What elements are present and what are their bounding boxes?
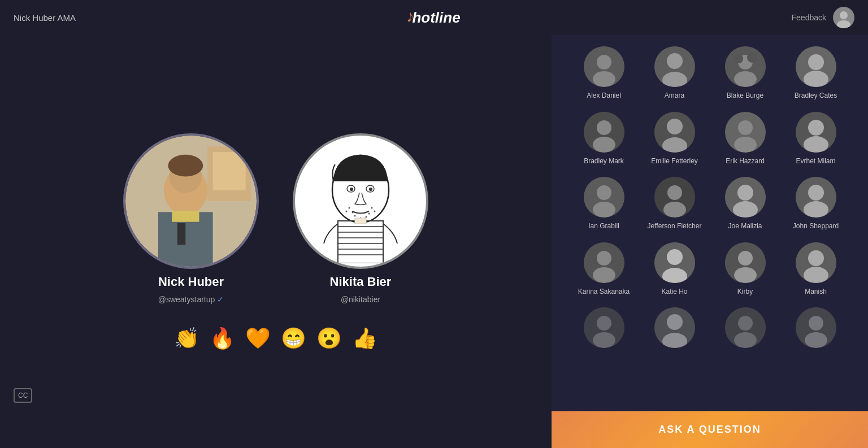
nick-handle: @sweatystartup ✓: [158, 295, 224, 304]
nikita-handle: @nikitabier: [341, 295, 380, 304]
svg-point-24: [371, 207, 373, 208]
audience-member-manish[interactable]: Manish: [780, 242, 851, 297]
audience-member-extra3[interactable]: [710, 307, 780, 348]
audience-member-ian[interactable]: Ian Grabill: [568, 177, 639, 231]
verified-icon: ✓: [217, 295, 224, 304]
audience-avatar-bradley-c: [796, 46, 836, 87]
svg-point-82: [738, 251, 753, 266]
audience-avatar-ian: [584, 177, 624, 218]
audience-member-extra4[interactable]: [780, 307, 851, 348]
speaker-nikita: Nikita Bier @nikitabier: [293, 133, 428, 304]
nick-name: Nick Huber: [158, 275, 224, 289]
svg-point-62: [804, 136, 828, 153]
svg-point-71: [733, 201, 758, 218]
speakers-panel: Nick Huber @sweatystartup ✓: [0, 35, 552, 448]
svg-point-18: [350, 188, 353, 191]
audience-avatar-bradley-m: [584, 112, 624, 153]
nick-avatar-ring: [123, 133, 259, 269]
reactions-bar: 👏 🔥 🧡 😁 😮 👍: [174, 327, 377, 350]
svg-point-22: [346, 210, 348, 212]
svg-point-21: [352, 211, 354, 213]
audience-member-emilie[interactable]: Emilie Fetterley: [639, 112, 710, 166]
audience-member-extra1[interactable]: [568, 307, 639, 348]
audience-name-emilie: Emilie Fetterley: [651, 157, 698, 166]
svg-point-19: [369, 188, 372, 191]
svg-point-58: [738, 120, 753, 135]
audience-member-katie[interactable]: Katie Ho: [639, 242, 710, 297]
audience-name-karina: Karina Sakanaka: [578, 288, 630, 297]
audience-member-bradley-m[interactable]: Bradley Mark: [568, 112, 639, 166]
svg-point-49: [808, 54, 824, 70]
audience-avatar-blake: [725, 46, 766, 87]
audience-name-katie: Katie Ho: [661, 288, 687, 297]
audience-avatar-jefferson: [654, 177, 695, 218]
audience-panel: Alex Daniel Amara Blake Burge Bradley Ca…: [552, 35, 868, 448]
audience-avatar-manish: [796, 242, 836, 283]
audience-member-alex[interactable]: Alex Daniel: [568, 46, 639, 101]
speakers-row: Nick Huber @sweatystartup ✓: [123, 133, 428, 304]
svg-point-95: [734, 332, 757, 348]
audience-avatar-extra2: [654, 307, 695, 348]
svg-point-59: [734, 137, 757, 153]
svg-point-97: [809, 316, 823, 330]
audience-avatar-amara: [654, 46, 695, 87]
page-title: Nick Huber AMA: [14, 13, 76, 23]
svg-point-83: [734, 267, 757, 283]
audience-avatar-emilie: [654, 112, 695, 153]
svg-point-73: [808, 185, 824, 201]
svg-point-64: [597, 185, 611, 200]
svg-point-91: [667, 314, 683, 330]
svg-point-39: [593, 71, 615, 87]
audience-name-bradley-m: Bradley Mark: [584, 157, 624, 166]
svg-point-27: [366, 216, 367, 218]
main-content: Nick Huber @sweatystartup ✓: [0, 35, 868, 448]
svg-point-79: [667, 249, 683, 265]
cc-button[interactable]: CC: [14, 388, 32, 403]
svg-point-67: [667, 185, 682, 200]
audience-member-john[interactable]: John Sheppard: [780, 177, 851, 231]
reaction-fire[interactable]: 🔥: [210, 327, 235, 350]
svg-point-26: [374, 210, 376, 212]
audience-avatar-joe: [725, 177, 766, 218]
logo-text: hotline: [412, 9, 460, 27]
audience-member-amara[interactable]: Amara: [639, 46, 710, 101]
audience-avatar-katie: [654, 242, 695, 283]
audience-name-manish: Manish: [805, 288, 827, 297]
audience-name-erik: Erik Hazzard: [726, 157, 765, 166]
audience-avatar-extra3: [725, 307, 766, 348]
logo: 𝅘𝅥𝅮 hotline: [407, 9, 460, 27]
svg-point-47: [747, 53, 757, 63]
audience-member-evrhet[interactable]: Evrhet Milam: [780, 112, 851, 166]
audience-member-joe[interactable]: Joe Malizia: [710, 177, 780, 231]
audience-member-kirby[interactable]: Kirby: [710, 242, 780, 297]
audience-member-extra2[interactable]: [639, 307, 710, 348]
audience-avatar-alex: [584, 46, 624, 87]
audience-member-karina[interactable]: Karina Sakanaka: [568, 242, 639, 297]
audience-member-bradley-c[interactable]: Bradley Cates: [780, 46, 851, 101]
audience-avatar-john: [796, 177, 836, 218]
audience-avatar-kirby: [725, 242, 766, 283]
svg-point-50: [804, 71, 828, 87]
svg-rect-7: [213, 152, 246, 190]
svg-point-89: [593, 332, 615, 348]
ask-question-button[interactable]: ASK A QUESTION: [552, 411, 868, 448]
reaction-thumbsup[interactable]: 👍: [352, 327, 377, 350]
svg-point-46: [734, 54, 743, 63]
reaction-wow[interactable]: 😮: [316, 327, 342, 350]
audience-member-erik[interactable]: Erik Hazzard: [710, 112, 780, 166]
user-avatar[interactable]: [833, 7, 854, 28]
svg-point-10: [168, 154, 203, 176]
reaction-clap[interactable]: 👏: [174, 327, 199, 350]
svg-point-76: [597, 251, 611, 266]
svg-point-65: [593, 202, 615, 218]
svg-point-25: [368, 212, 370, 214]
audience-avatar-karina: [584, 242, 624, 283]
svg-point-20: [349, 207, 350, 208]
reaction-heart[interactable]: 🧡: [245, 327, 271, 350]
audience-name-evrhet: Evrhet Milam: [796, 157, 835, 166]
audience-member-blake[interactable]: Blake Burge: [710, 46, 780, 101]
feedback-link[interactable]: Feedback: [792, 13, 826, 22]
audience-member-jefferson[interactable]: Jefferson Fletcher: [639, 177, 710, 231]
reaction-grin[interactable]: 😁: [281, 327, 306, 350]
header: Nick Huber AMA 𝅘𝅥𝅮 hotline Feedback: [0, 0, 868, 35]
